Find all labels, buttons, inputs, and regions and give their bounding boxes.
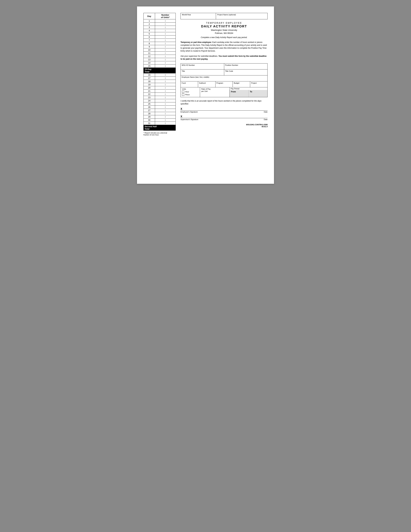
table-row: 5: [144, 32, 176, 36]
units-input[interactable]: [155, 109, 176, 112]
subtotal-row: Second Half Total: [144, 125, 176, 131]
table-row: 19: [144, 83, 176, 86]
month-year-label: Month/Year: [182, 14, 191, 16]
units-input[interactable]: [155, 19, 176, 23]
units-input[interactable]: [155, 93, 176, 96]
units-input[interactable]: [155, 39, 176, 42]
units-input[interactable]: [155, 115, 176, 118]
table-row: 13: [144, 58, 176, 61]
table-row: 21: [144, 89, 176, 93]
units-input[interactable]: [155, 76, 176, 80]
table-row: 18: [144, 80, 176, 83]
budget-cell[interactable]: Budget: [233, 81, 250, 87]
day-number: 20: [144, 86, 155, 89]
title-code-cell[interactable]: Title Code: [224, 69, 268, 75]
project-name-box[interactable]: Project Name (optional): [216, 13, 268, 19]
units-input[interactable]: [155, 29, 176, 32]
units-input[interactable]: [155, 118, 176, 122]
units-input[interactable]: [155, 122, 176, 125]
units-input[interactable]: [155, 42, 176, 45]
table-row: 14: [144, 61, 176, 65]
supervisor-date-label: Date: [264, 118, 268, 120]
university-name: Washington State University: [180, 29, 268, 31]
table-row: 27: [144, 109, 176, 112]
rate-cell[interactable]: Rate of Pay per Unit: [200, 87, 230, 97]
to-date[interactable]: To: [249, 90, 267, 97]
program-cell[interactable]: Program: [215, 81, 233, 87]
day-number: 1: [144, 19, 155, 23]
day-number: 23: [144, 96, 155, 99]
units-input[interactable]: [155, 99, 176, 102]
table-row: 25: [144, 102, 176, 105]
units-input[interactable]: [155, 26, 176, 29]
table-row: 12: [144, 55, 176, 58]
title-block: TEMPORARY EMPLOYEE DAILY ACTIVITY REPORT…: [180, 22, 268, 34]
units-input[interactable]: [155, 65, 176, 68]
units-input[interactable]: [155, 86, 176, 89]
day-number: 28: [144, 112, 155, 115]
table-row: 20: [144, 86, 176, 89]
supervisor-sig-labels: Supervisor's Signature Date: [180, 118, 268, 120]
hour-checkbox[interactable]: [182, 91, 184, 93]
employee-sig-x: X: [180, 107, 268, 110]
main-title: DAILY ACTIVITY REPORT: [180, 25, 268, 28]
day-number: 14: [144, 61, 155, 65]
day-number: 5: [144, 32, 155, 36]
units-input[interactable]: [155, 112, 176, 115]
pay-period-cell: Pay Period From To: [230, 87, 267, 97]
units-input[interactable]: [155, 105, 176, 109]
position-number-cell[interactable]: Position Number: [224, 64, 268, 69]
table-row: 29: [144, 115, 176, 118]
fund-label: Fund: [182, 82, 197, 84]
units-input[interactable]: [155, 58, 176, 61]
top-title: TEMPORARY EMPLOYEE: [180, 22, 268, 24]
subfund-cell[interactable]: Subfund: [198, 81, 215, 87]
employee-sig-line: [180, 110, 268, 111]
table-row: 6: [144, 36, 176, 39]
fund-cell[interactable]: Fund: [181, 81, 198, 87]
day-number: 24: [144, 99, 155, 102]
day-number: 2: [144, 23, 155, 26]
supervisor-sig-label: Supervisor's Signature: [180, 118, 198, 120]
units-cell: Units Hour Piece: [181, 87, 200, 97]
form-number: WSU1041-CONTR#1-0308 60.61.5: [180, 124, 268, 127]
fund-row: Fund Subfund Program Budget Project: [181, 81, 267, 87]
certify-text: I certify that this is an accurate repor…: [180, 99, 268, 105]
units-input[interactable]: [155, 23, 176, 26]
pay-period-dates: From To: [230, 90, 267, 97]
project-cell[interactable]: Project: [250, 81, 267, 87]
units-input[interactable]: [155, 55, 176, 58]
employee-sig-labels: Employee's Signature Date: [180, 111, 268, 113]
day-units-table: Day Number of Units* 1234567891011121314…: [143, 13, 176, 131]
piece-checkbox[interactable]: [182, 94, 184, 96]
units-input[interactable]: [155, 73, 176, 76]
table-row: 26: [144, 105, 176, 109]
para1-bold: Temporary or part-time employee:: [180, 41, 212, 43]
employee-name-cell[interactable]: Employee Name (last, first, middle): [181, 76, 267, 81]
subtotal-row: 15-Day Total: [144, 68, 176, 73]
title-cell[interactable]: Title: [181, 69, 224, 75]
budget-label: Budget: [234, 82, 249, 84]
left-panel: Day Number of Units* 1234567891011121314…: [143, 13, 176, 136]
units-input[interactable]: [155, 52, 176, 55]
units-input[interactable]: [155, 36, 176, 39]
pay-period-label: Pay Period: [230, 87, 267, 90]
table-row: 10: [144, 48, 176, 52]
table-row: 16: [144, 73, 176, 76]
units-input[interactable]: [155, 89, 176, 93]
units-input[interactable]: [155, 45, 176, 48]
top-row: Day Number of Units* 1234567891011121314…: [143, 13, 268, 136]
wsu-id-cell[interactable]: WSU ID Number: [181, 64, 224, 69]
table-row: 30: [144, 118, 176, 122]
units-input[interactable]: [155, 80, 176, 83]
day-number: 27: [144, 109, 155, 112]
from-date[interactable]: From: [230, 90, 248, 97]
day-number: 31: [144, 122, 155, 125]
units-input[interactable]: [155, 61, 176, 65]
units-input[interactable]: [155, 83, 176, 86]
month-year-box[interactable]: Month/Year: [180, 13, 216, 19]
units-input[interactable]: [155, 48, 176, 52]
units-input[interactable]: [155, 102, 176, 105]
units-input[interactable]: [155, 32, 176, 36]
units-input[interactable]: [155, 96, 176, 99]
